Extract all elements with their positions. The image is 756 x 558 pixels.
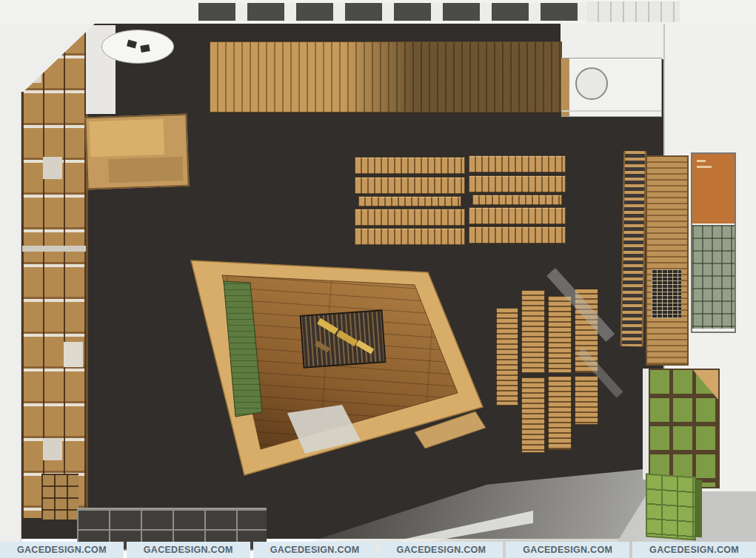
bench-slab — [521, 290, 545, 373]
bench-slab — [521, 377, 545, 453]
bench-slab — [575, 376, 598, 425]
ceiling-light-fixture — [101, 30, 174, 64]
display-mat-with-items — [301, 310, 386, 368]
table-slab — [355, 177, 465, 194]
table-slab — [469, 155, 566, 172]
watermark-text: GACEDESIGN.COM — [253, 542, 377, 558]
slatted-table-group-right — [469, 155, 564, 243]
watermark-text: GACEDESIGN.COM — [127, 542, 250, 558]
ac-side-wood — [562, 58, 569, 116]
watermark-text: GACEDESIGN.COM — [506, 542, 629, 558]
shelf-band — [22, 246, 86, 252]
table-slab — [469, 207, 566, 224]
shelf-empty-cell — [43, 157, 62, 179]
ceiling-strip — [0, 0, 756, 24]
wall-patch-top-right — [561, 22, 663, 59]
bench-slab — [496, 308, 518, 406]
wall-poster — [691, 152, 736, 333]
watermark-text: GACEDESIGN.COM — [632, 542, 756, 558]
wall-strip — [643, 369, 649, 480]
ac-fan-circle — [575, 67, 608, 100]
green-cabinet — [646, 474, 696, 541]
ceiling-beam-lines — [586, 1, 680, 22]
fixture-speaker — [140, 44, 150, 53]
green-cube-shelf — [649, 369, 720, 488]
ac-unit — [561, 58, 662, 117]
desk-top — [90, 119, 165, 157]
ladder-display-shelf — [620, 151, 647, 347]
corner-desk — [84, 114, 189, 190]
watermark-text: GACEDESIGN.COM — [379, 542, 503, 558]
watermark-text: GACEDESIGN.COM — [0, 542, 124, 558]
table-slab — [355, 157, 465, 174]
watermark-band: GACEDESIGN.COM GACEDESIGN.COM GACEDESIGN… — [0, 542, 756, 558]
wall-grid-shelf — [646, 155, 689, 366]
ceiling-skylights — [198, 3, 585, 21]
poster-orange-section — [692, 154, 735, 223]
render-canvas: GACEDESIGN.COM GACEDESIGN.COM GACEDESIGN… — [0, 0, 756, 558]
wood-slat-ceiling-panel — [210, 41, 562, 112]
shelf-wood-top-corner — [693, 370, 718, 400]
table-slab — [355, 209, 465, 226]
left-wall-shelving — [22, 24, 88, 518]
poster-grid-section — [692, 225, 735, 329]
central-wood-platform — [178, 248, 496, 485]
shelf-empty-cell — [43, 438, 62, 460]
green-cabinet-side — [695, 480, 702, 538]
poster-mark — [697, 160, 706, 162]
bench-slab — [548, 296, 572, 373]
grid-shelf-dense-section — [652, 269, 681, 318]
slatted-table-group-left — [355, 157, 464, 244]
table-slab — [469, 226, 566, 243]
fixture-speaker — [127, 40, 137, 49]
bench-slab — [472, 195, 562, 205]
bench-slab — [548, 376, 572, 450]
shelf-empty-cell — [64, 342, 83, 367]
desk-lower-shelf — [108, 157, 183, 183]
bench-slab — [358, 196, 461, 206]
table-slab — [469, 175, 566, 192]
ac-edge-line — [562, 110, 661, 112]
poster-mark — [697, 166, 712, 168]
table-slab — [355, 228, 465, 245]
wood-storage-boxes — [41, 474, 78, 520]
